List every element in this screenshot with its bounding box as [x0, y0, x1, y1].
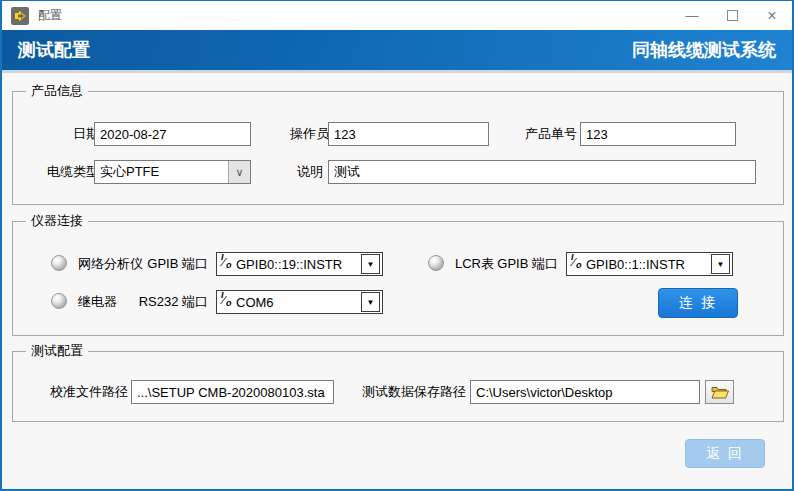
operator-input[interactable] [328, 122, 489, 146]
chevron-down-icon[interactable]: ∨ [228, 161, 250, 183]
date-label: 日期 [31, 122, 99, 146]
group-product-title: 产品信息 [26, 83, 88, 99]
titlebar: 配置 — × [2, 1, 792, 30]
group-test-config-title: 测试配置 [26, 343, 88, 359]
connect-button[interactable]: 连 接 [658, 288, 738, 318]
close-icon: × [767, 8, 776, 24]
network-analyzer-visa-select[interactable]: I⁄o GPIB0::19::INSTR ▼ [216, 252, 383, 276]
return-button[interactable]: 返 回 [685, 439, 765, 468]
group-instruments-title: 仪器连接 [26, 213, 88, 229]
dropdown-arrow-icon[interactable]: ▼ [711, 254, 730, 274]
date-input[interactable] [94, 122, 251, 146]
cable-type-label: 电缆类型 [25, 160, 99, 184]
maximize-icon [727, 10, 738, 21]
window-title: 配置 [38, 7, 62, 24]
lcr-meter-label: LCR表 [455, 252, 494, 276]
calibration-path-input[interactable] [131, 380, 334, 404]
description-input[interactable] [328, 160, 756, 184]
order-input[interactable] [580, 122, 736, 146]
minimize-icon: — [686, 8, 699, 23]
labview-app-icon [11, 7, 29, 25]
save-path-input[interactable] [470, 380, 700, 404]
minimize-button[interactable]: — [672, 1, 712, 30]
calibration-path-label: 校准文件路径 [48, 380, 128, 404]
group-instruments: 仪器连接 网络分析仪 GPIB 端口 I⁄o GPIB0::19::INSTR … [12, 221, 784, 336]
close-button[interactable]: × [752, 1, 792, 30]
visa-io-icon: I⁄o [220, 255, 232, 273]
cable-type-select[interactable]: 实心PTFE ∨ [94, 160, 251, 184]
dropdown-arrow-icon[interactable]: ▼ [361, 254, 380, 274]
config-window: 配置 — × 测试配置 同轴线缆测试系统 产品信息 日期 操作员 产品单号 电缆… [0, 0, 794, 491]
group-test-config: 测试配置 校准文件路径 测试数据保存路径 [12, 351, 784, 422]
operator-label: 操作员 [263, 122, 329, 146]
browse-folder-button[interactable] [705, 380, 734, 404]
relay-visa-select[interactable]: I⁄o COM6 ▼ [216, 290, 383, 314]
lcr-meter-port-label: GPIB 端口 [496, 252, 558, 276]
system-title: 同轴线缆测试系统 [632, 38, 776, 62]
network-analyzer-led-indicator [51, 255, 67, 271]
group-product-info: 产品信息 日期 操作员 产品单号 电缆类型 实心PTFE ∨ 说明 [12, 91, 784, 205]
dropdown-arrow-icon[interactable]: ▼ [361, 292, 380, 312]
lcr-meter-led-indicator [428, 255, 444, 271]
relay-port-label: RS232 端口 [138, 290, 208, 314]
folder-open-icon [711, 385, 729, 399]
network-analyzer-port-label: GPIB 端口 [146, 252, 208, 276]
relay-label: 继电器 [78, 290, 117, 314]
lcr-meter-port-value: GPIB0::1::INSTR [582, 257, 711, 272]
visa-io-icon: I⁄o [570, 255, 582, 273]
page-title: 测试配置 [18, 38, 90, 62]
relay-led-indicator [51, 293, 67, 309]
cable-type-value: 实心PTFE [95, 163, 228, 181]
description-label: 说明 [281, 160, 323, 184]
lcr-meter-visa-select[interactable]: I⁄o GPIB0::1::INSTR ▼ [566, 252, 733, 276]
visa-io-icon: I⁄o [220, 293, 232, 311]
order-label: 产品单号 [511, 122, 577, 146]
network-analyzer-port-value: GPIB0::19::INSTR [232, 257, 361, 272]
save-path-label: 测试数据保存路径 [361, 380, 466, 404]
network-analyzer-label: 网络分析仪 [78, 252, 143, 276]
header-banner: 测试配置 同轴线缆测试系统 [2, 30, 792, 73]
maximize-button[interactable] [712, 1, 752, 30]
relay-port-value: COM6 [232, 295, 361, 310]
